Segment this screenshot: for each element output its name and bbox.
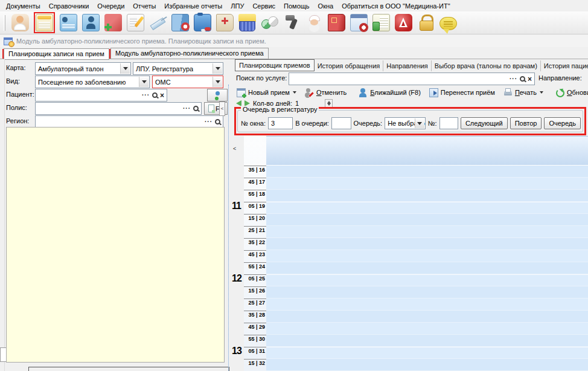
- time-slot-label: 45 | 17: [244, 178, 266, 190]
- schedule-notes-icon[interactable]: [36, 14, 53, 31]
- chevron-down-icon[interactable]: [139, 77, 149, 87]
- chevron-down-icon[interactable]: [120, 63, 130, 74]
- padlock-icon[interactable]: [417, 14, 435, 31]
- menu-documents[interactable]: Документы: [2, 1, 45, 11]
- letter-a-icon[interactable]: [395, 14, 412, 31]
- chevron-down-icon[interactable]: [213, 77, 222, 87]
- tab-referrals[interactable]: Направления: [383, 60, 432, 71]
- schedule-slot-row[interactable]: [266, 262, 588, 274]
- menu-queues[interactable]: Очереди: [93, 1, 129, 11]
- menu-contact-vendor[interactable]: Обратиться в ООО "Медицина-ИТ": [337, 1, 454, 11]
- schedule-collapse-button[interactable]: <: [233, 146, 236, 152]
- schedule-slot-row[interactable]: [266, 202, 588, 214]
- schedule-slot-row[interactable]: [266, 286, 588, 298]
- search-icon[interactable]: [520, 76, 525, 82]
- new-appointment-button[interactable]: Новый прием: [233, 86, 300, 99]
- schedule-slot-row[interactable]: [266, 298, 588, 311]
- menu-help[interactable]: Помощь: [280, 1, 314, 11]
- transfer-appointment-button[interactable]: Перенести приём: [426, 86, 499, 99]
- schedule-slot-row[interactable]: [266, 311, 588, 323]
- schedule-slot-row[interactable]: [266, 274, 588, 286]
- tab-doctor-choice[interactable]: Выбор врача (талоны по врачам): [432, 60, 541, 71]
- search-icon[interactable]: [193, 106, 199, 111]
- chevron-down-icon[interactable]: [415, 118, 424, 128]
- book-clock-icon[interactable]: [171, 14, 189, 31]
- next-ticket-button[interactable]: Следующий: [461, 117, 508, 129]
- clear-icon[interactable]: ×: [528, 76, 532, 82]
- refresh-button[interactable]: Обновить: [552, 86, 588, 99]
- menu-lpu[interactable]: ЛПУ: [226, 1, 248, 11]
- days-count-spinner[interactable]: [325, 99, 333, 108]
- ellipsis-icon[interactable]: ···: [142, 93, 150, 98]
- tab-outpatient-module[interactable]: Модуль амбулаторно-поликлинического прие…: [110, 48, 269, 59]
- schedule-slot-row[interactable]: [266, 166, 588, 178]
- policy-input[interactable]: ···: [35, 102, 202, 115]
- splitter-collapse-button[interactable]: <: [219, 102, 225, 116]
- select-patient-button[interactable]: [207, 89, 228, 102]
- queue-combobox[interactable]: Не выбрано: [385, 117, 426, 129]
- clear-icon[interactable]: ×: [160, 92, 164, 98]
- barcode-scanner-icon[interactable]: [283, 14, 301, 31]
- repeat-ticket-button[interactable]: Повтор: [510, 117, 542, 129]
- hour-label: 12: [232, 273, 245, 284]
- new-document-icon: [208, 105, 214, 112]
- patient-card-2-icon[interactable]: [82, 14, 100, 31]
- patient-input[interactable]: ··· ×: [35, 89, 167, 102]
- notepad-pencil-icon[interactable]: [127, 14, 144, 31]
- schedule-slot-row[interactable]: [266, 323, 588, 335]
- schedule-slot-row[interactable]: [266, 335, 588, 347]
- chat-bubble-icon[interactable]: [439, 17, 457, 30]
- lab-flasks-icon[interactable]: [104, 14, 122, 31]
- search-icon[interactable]: [215, 119, 220, 124]
- red-book-icon[interactable]: [328, 14, 345, 31]
- schedule-slot-row[interactable]: [266, 226, 588, 238]
- basket-icon[interactable]: [238, 14, 256, 31]
- tab-appointment-scheduler[interactable]: Планировщик записи на прием: [4, 48, 109, 60]
- menu-favorite-reports[interactable]: Избранные отчеты: [160, 1, 226, 11]
- chevron-down-icon[interactable]: [213, 63, 222, 74]
- patient-info-area[interactable]: [6, 127, 225, 363]
- menu-reports[interactable]: Отчеты: [129, 1, 160, 11]
- schedule-slot-row[interactable]: [266, 359, 588, 371]
- card-type-combobox[interactable]: Амбулаторный талон: [35, 62, 131, 75]
- syringe-icon[interactable]: [149, 14, 167, 31]
- schedule-slot-row[interactable]: [266, 250, 588, 262]
- visit-type-combobox[interactable]: Посещение по заболеванию: [35, 76, 150, 88]
- tab-scheduler[interactable]: Планировщик приемов: [235, 59, 315, 71]
- calendar-clock-icon[interactable]: [350, 14, 368, 31]
- first-aid-book-icon[interactable]: [216, 14, 234, 31]
- lpu-combobox[interactable]: ЛПУ. Регистратура: [133, 62, 223, 75]
- schedule-slot-row[interactable]: [266, 190, 588, 202]
- region-input[interactable]: ···: [35, 115, 223, 128]
- tab-patient-history-mo[interactable]: История пациента по всем МО: [541, 60, 588, 71]
- cancel-appointment-button[interactable]: Отменить: [301, 86, 350, 99]
- service-search-input[interactable]: ··· ×: [289, 73, 535, 85]
- medicine-bottles-icon[interactable]: [194, 14, 211, 31]
- payment-type-combobox[interactable]: ОМС: [152, 76, 223, 88]
- search-icon[interactable]: [152, 92, 158, 98]
- menu-windows[interactable]: Окна: [314, 1, 338, 11]
- nearest-slot-button[interactable]: Ближайший (F8): [355, 86, 424, 99]
- ticket-number-input[interactable]: [439, 117, 458, 129]
- window-number-input[interactable]: 3: [268, 117, 293, 129]
- ellipsis-icon[interactable]: ···: [183, 106, 191, 111]
- ellipsis-icon[interactable]: ···: [205, 120, 213, 124]
- schedule-slot-row[interactable]: [266, 238, 588, 250]
- in-queue-input[interactable]: [331, 117, 351, 129]
- schedule-slot-row[interactable]: [266, 214, 588, 226]
- schedule-slot-row[interactable]: [266, 347, 588, 359]
- pills-icon[interactable]: [261, 14, 278, 31]
- nurse-cap-icon[interactable]: [305, 14, 323, 31]
- input-adorners: ··· ×: [142, 92, 167, 98]
- ellipsis-icon[interactable]: ···: [510, 77, 517, 82]
- print-button[interactable]: Печать: [500, 86, 547, 99]
- schedule-slot-row[interactable]: [266, 178, 588, 190]
- queue-button[interactable]: Очередь: [544, 117, 581, 129]
- tab-visit-history[interactable]: История обращения: [315, 60, 384, 71]
- lock-list-icon[interactable]: [372, 14, 390, 31]
- menu-references[interactable]: Справочники: [45, 1, 94, 11]
- patient-card-icon[interactable]: [60, 14, 77, 31]
- nurse-icon[interactable]: [11, 14, 29, 31]
- panel-splitter[interactable]: [228, 85, 229, 371]
- menu-service[interactable]: Сервис: [248, 1, 280, 11]
